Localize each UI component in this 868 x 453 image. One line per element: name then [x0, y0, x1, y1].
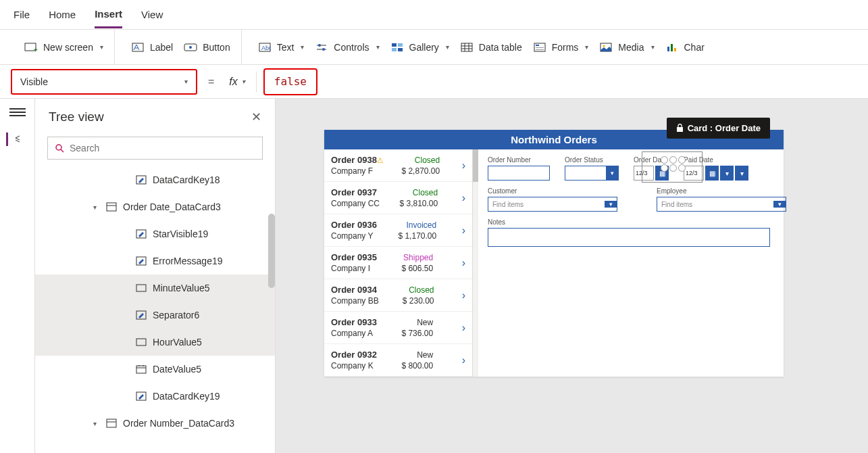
order-number: Order 0933	[331, 317, 377, 327]
tree-item[interactable]: HourValue5	[35, 329, 275, 356]
order-row[interactable]: Order 0937Company CCClosed$ 3,810.00›	[324, 182, 472, 214]
notes-input[interactable]	[488, 228, 770, 247]
control-icon	[105, 419, 118, 428]
tree-body: DataCardKey18▾Order Date_DataCard3StarVi…	[35, 166, 275, 453]
screen-icon: +	[24, 42, 38, 53]
order-row[interactable]: Order 0933Company ANew$ 736.00›	[324, 312, 472, 344]
employee-select[interactable]: Find items▾	[657, 197, 786, 212]
svg-line-30	[61, 149, 63, 152]
menu-home[interactable]: Home	[49, 2, 76, 27]
order-status-select[interactable]: ▾	[565, 166, 619, 181]
chart-button[interactable]: Char	[663, 38, 707, 57]
chevron-down-icon: ▾	[242, 78, 245, 85]
canvas[interactable]: Northwind Orders Card : Order Date Order…	[276, 99, 868, 453]
svg-rect-27	[671, 44, 673, 51]
order-row[interactable]: Order 0932Company KNew$ 800.00›	[324, 344, 472, 377]
order-number-input[interactable]	[488, 166, 550, 181]
tree-item[interactable]: ▾Order Number_DataCard3	[35, 410, 275, 437]
layers-icon	[15, 135, 20, 144]
lock-icon	[676, 124, 684, 133]
search-input[interactable]	[70, 143, 255, 153]
chevron-right-icon[interactable]: ›	[458, 160, 465, 172]
ribbon: + New screen▾ Label Button Abc Text▾ Con…	[0, 30, 868, 65]
control-icon	[135, 391, 147, 401]
menu-insert[interactable]: Insert	[95, 1, 122, 28]
order-row[interactable]: Order 0938⚠Company FClosed$ 2,870.00›	[324, 149, 472, 182]
tree-item[interactable]: StarVisible19	[35, 220, 275, 247]
chevron-right-icon[interactable]: ›	[458, 224, 465, 237]
company-name: Company BB	[331, 296, 379, 306]
scrollbar-thumb[interactable]	[268, 214, 275, 288]
selection-handles[interactable]	[661, 156, 686, 172]
menu-file[interactable]: File	[14, 2, 30, 27]
control-icon	[135, 310, 147, 320]
order-list[interactable]: Order 0938⚠Company FClosed$ 2,870.00›Ord…	[324, 149, 473, 377]
gallery-button[interactable]: Gallery▾	[388, 38, 452, 57]
property-selector[interactable]: Visible ▾	[11, 69, 197, 95]
close-icon[interactable]: ✕	[251, 110, 261, 124]
scrollbar-thumb[interactable]	[473, 149, 478, 182]
order-row[interactable]: Order 0934Company BBClosed$ 230.00›	[324, 279, 472, 312]
tree-view-rail-button[interactable]	[6, 133, 20, 146]
chevron-down-icon: ▾	[446, 43, 449, 51]
new-screen-button[interactable]: + New screen▾	[22, 38, 106, 57]
svg-rect-13	[392, 48, 397, 51]
order-row[interactable]: Order 0935Company IShipped$ 606.50›	[324, 247, 472, 279]
hamburger-icon[interactable]	[9, 108, 26, 119]
svg-point-9	[318, 44, 321, 47]
text-button[interactable]: Abc Text▾	[255, 38, 307, 57]
data-table-button[interactable]: Data table	[457, 38, 525, 57]
chevron-down-icon: ▾	[585, 43, 588, 51]
app-title-bar: Northwind Orders Card : Order Date	[324, 130, 784, 149]
chevron-right-icon[interactable]: ›	[458, 354, 465, 366]
fx-button[interactable]: fx▾	[225, 76, 249, 88]
svg-rect-36	[136, 285, 146, 291]
order-amount: $ 800.00	[401, 361, 433, 371]
order-number: Order 0936	[331, 220, 377, 230]
button-button[interactable]: Button	[181, 38, 232, 57]
svg-text:Abc: Abc	[261, 45, 271, 51]
svg-rect-26	[667, 47, 669, 51]
order-status: Closed	[415, 156, 440, 165]
order-row[interactable]: Order 0936Company YInvoiced$ 1,170.00›	[324, 214, 472, 247]
label-button[interactable]: Label	[128, 38, 176, 57]
tree-item[interactable]: DataCardKey19	[35, 383, 275, 410]
tree-item[interactable]: ▾Order Date_DataCard3	[35, 193, 275, 220]
scrollbar-track[interactable]	[473, 182, 478, 377]
text-icon: Abc	[258, 42, 272, 53]
tree-item[interactable]: DateValue5	[35, 356, 275, 383]
tree-item[interactable]: DataCardKey18	[35, 166, 275, 193]
customer-select[interactable]: Find items▾	[488, 197, 617, 212]
tree-item-label: DateValue5	[153, 364, 201, 375]
chevron-right-icon[interactable]: ›	[458, 322, 465, 334]
forms-button[interactable]: Forms▾	[530, 38, 592, 57]
svg-rect-46	[677, 127, 683, 132]
chevron-down-icon[interactable]: ▾	[93, 204, 100, 211]
order-number: Order 0937	[331, 187, 377, 197]
order-status: Invoiced	[406, 220, 436, 230]
chevron-down-icon[interactable]: ▾	[735, 166, 748, 181]
control-icon	[135, 337, 147, 347]
order-amount: $ 2,870.00	[401, 166, 440, 176]
equals-sign: =	[204, 76, 218, 88]
controls-button[interactable]: Controls▾	[312, 38, 382, 57]
chevron-down-icon[interactable]: ▾	[93, 420, 100, 427]
chevron-right-icon[interactable]: ›	[458, 289, 465, 302]
svg-point-10	[322, 48, 325, 51]
order-number: Order 0932	[331, 350, 377, 360]
tree-item[interactable]: Separator6	[35, 302, 275, 329]
chevron-down-icon[interactable]: ▾	[720, 166, 734, 181]
calendar-icon[interactable]: ▦	[705, 166, 719, 181]
media-button[interactable]: Media▾	[596, 38, 657, 57]
control-icon	[135, 256, 147, 266]
tree-item[interactable]: MinuteValue5	[35, 275, 275, 302]
svg-point-4	[189, 46, 192, 49]
company-name: Company CC	[331, 199, 380, 208]
menu-view[interactable]: View	[141, 2, 163, 27]
svg-rect-14	[398, 48, 403, 51]
tree-item[interactable]: ErrorMessage19	[35, 247, 275, 275]
formula-input[interactable]: false	[263, 68, 317, 95]
chevron-right-icon[interactable]: ›	[458, 257, 465, 269]
chevron-right-icon[interactable]: ›	[458, 192, 465, 204]
tree-search[interactable]	[47, 137, 263, 160]
